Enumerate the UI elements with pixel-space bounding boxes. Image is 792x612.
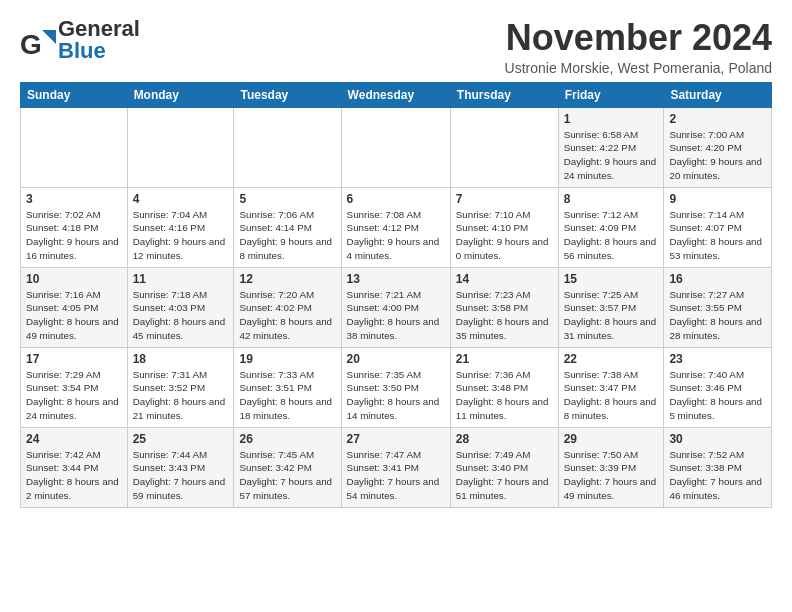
day-number: 27 <box>347 432 445 446</box>
weekday-header-friday: Friday <box>558 82 664 107</box>
day-number: 8 <box>564 192 659 206</box>
month-title: November 2024 <box>505 18 772 58</box>
day-number: 2 <box>669 112 766 126</box>
day-info: Sunrise: 7:23 AM Sunset: 3:58 PM Dayligh… <box>456 288 553 343</box>
svg-marker-1 <box>42 30 56 44</box>
day-info: Sunrise: 7:47 AM Sunset: 3:41 PM Dayligh… <box>347 448 445 503</box>
day-cell: 26Sunrise: 7:45 AM Sunset: 3:42 PM Dayli… <box>234 427 341 507</box>
day-number: 20 <box>347 352 445 366</box>
day-cell: 30Sunrise: 7:52 AM Sunset: 3:38 PM Dayli… <box>664 427 772 507</box>
day-cell: 25Sunrise: 7:44 AM Sunset: 3:43 PM Dayli… <box>127 427 234 507</box>
day-number: 24 <box>26 432 122 446</box>
day-info: Sunrise: 7:45 AM Sunset: 3:42 PM Dayligh… <box>239 448 335 503</box>
day-cell: 19Sunrise: 7:33 AM Sunset: 3:51 PM Dayli… <box>234 347 341 427</box>
day-number: 15 <box>564 272 659 286</box>
weekday-header-row: SundayMondayTuesdayWednesdayThursdayFrid… <box>21 82 772 107</box>
weekday-header-wednesday: Wednesday <box>341 82 450 107</box>
day-number: 22 <box>564 352 659 366</box>
day-number: 12 <box>239 272 335 286</box>
day-info: Sunrise: 7:14 AM Sunset: 4:07 PM Dayligh… <box>669 208 766 263</box>
day-info: Sunrise: 7:25 AM Sunset: 3:57 PM Dayligh… <box>564 288 659 343</box>
day-info: Sunrise: 7:12 AM Sunset: 4:09 PM Dayligh… <box>564 208 659 263</box>
day-info: Sunrise: 7:20 AM Sunset: 4:02 PM Dayligh… <box>239 288 335 343</box>
day-number: 4 <box>133 192 229 206</box>
day-number: 6 <box>347 192 445 206</box>
day-cell <box>450 107 558 187</box>
day-number: 9 <box>669 192 766 206</box>
day-info: Sunrise: 7:31 AM Sunset: 3:52 PM Dayligh… <box>133 368 229 423</box>
day-cell <box>234 107 341 187</box>
day-info: Sunrise: 7:52 AM Sunset: 3:38 PM Dayligh… <box>669 448 766 503</box>
page: G General Blue November 2024 Ustronie Mo… <box>0 0 792 520</box>
day-number: 7 <box>456 192 553 206</box>
day-cell: 13Sunrise: 7:21 AM Sunset: 4:00 PM Dayli… <box>341 267 450 347</box>
logo: G General Blue <box>20 18 140 62</box>
week-row-4: 17Sunrise: 7:29 AM Sunset: 3:54 PM Dayli… <box>21 347 772 427</box>
day-cell: 4Sunrise: 7:04 AM Sunset: 4:16 PM Daylig… <box>127 187 234 267</box>
day-cell: 29Sunrise: 7:50 AM Sunset: 3:39 PM Dayli… <box>558 427 664 507</box>
day-number: 25 <box>133 432 229 446</box>
day-cell <box>21 107 128 187</box>
logo-icon: G <box>20 26 56 62</box>
day-cell: 21Sunrise: 7:36 AM Sunset: 3:48 PM Dayli… <box>450 347 558 427</box>
day-info: Sunrise: 6:58 AM Sunset: 4:22 PM Dayligh… <box>564 128 659 183</box>
week-row-5: 24Sunrise: 7:42 AM Sunset: 3:44 PM Dayli… <box>21 427 772 507</box>
day-number: 14 <box>456 272 553 286</box>
day-cell: 5Sunrise: 7:06 AM Sunset: 4:14 PM Daylig… <box>234 187 341 267</box>
day-cell: 3Sunrise: 7:02 AM Sunset: 4:18 PM Daylig… <box>21 187 128 267</box>
day-cell: 1Sunrise: 6:58 AM Sunset: 4:22 PM Daylig… <box>558 107 664 187</box>
week-row-1: 1Sunrise: 6:58 AM Sunset: 4:22 PM Daylig… <box>21 107 772 187</box>
day-info: Sunrise: 7:33 AM Sunset: 3:51 PM Dayligh… <box>239 368 335 423</box>
day-cell: 14Sunrise: 7:23 AM Sunset: 3:58 PM Dayli… <box>450 267 558 347</box>
day-cell: 12Sunrise: 7:20 AM Sunset: 4:02 PM Dayli… <box>234 267 341 347</box>
day-number: 18 <box>133 352 229 366</box>
day-cell: 28Sunrise: 7:49 AM Sunset: 3:40 PM Dayli… <box>450 427 558 507</box>
day-info: Sunrise: 7:40 AM Sunset: 3:46 PM Dayligh… <box>669 368 766 423</box>
logo-blue-text: Blue <box>58 38 106 63</box>
day-info: Sunrise: 7:00 AM Sunset: 4:20 PM Dayligh… <box>669 128 766 183</box>
day-cell: 17Sunrise: 7:29 AM Sunset: 3:54 PM Dayli… <box>21 347 128 427</box>
day-cell: 7Sunrise: 7:10 AM Sunset: 4:10 PM Daylig… <box>450 187 558 267</box>
title-block: November 2024 Ustronie Morskie, West Pom… <box>505 18 772 76</box>
day-cell <box>127 107 234 187</box>
day-cell: 18Sunrise: 7:31 AM Sunset: 3:52 PM Dayli… <box>127 347 234 427</box>
day-number: 29 <box>564 432 659 446</box>
day-info: Sunrise: 7:10 AM Sunset: 4:10 PM Dayligh… <box>456 208 553 263</box>
day-info: Sunrise: 7:06 AM Sunset: 4:14 PM Dayligh… <box>239 208 335 263</box>
day-number: 16 <box>669 272 766 286</box>
day-info: Sunrise: 7:42 AM Sunset: 3:44 PM Dayligh… <box>26 448 122 503</box>
day-info: Sunrise: 7:04 AM Sunset: 4:16 PM Dayligh… <box>133 208 229 263</box>
day-number: 23 <box>669 352 766 366</box>
weekday-header-tuesday: Tuesday <box>234 82 341 107</box>
day-info: Sunrise: 7:18 AM Sunset: 4:03 PM Dayligh… <box>133 288 229 343</box>
day-number: 19 <box>239 352 335 366</box>
day-cell: 6Sunrise: 7:08 AM Sunset: 4:12 PM Daylig… <box>341 187 450 267</box>
day-info: Sunrise: 7:16 AM Sunset: 4:05 PM Dayligh… <box>26 288 122 343</box>
day-info: Sunrise: 7:49 AM Sunset: 3:40 PM Dayligh… <box>456 448 553 503</box>
weekday-header-thursday: Thursday <box>450 82 558 107</box>
day-info: Sunrise: 7:44 AM Sunset: 3:43 PM Dayligh… <box>133 448 229 503</box>
day-number: 11 <box>133 272 229 286</box>
day-cell: 16Sunrise: 7:27 AM Sunset: 3:55 PM Dayli… <box>664 267 772 347</box>
week-row-3: 10Sunrise: 7:16 AM Sunset: 4:05 PM Dayli… <box>21 267 772 347</box>
day-number: 10 <box>26 272 122 286</box>
day-cell: 23Sunrise: 7:40 AM Sunset: 3:46 PM Dayli… <box>664 347 772 427</box>
day-cell: 8Sunrise: 7:12 AM Sunset: 4:09 PM Daylig… <box>558 187 664 267</box>
day-cell: 22Sunrise: 7:38 AM Sunset: 3:47 PM Dayli… <box>558 347 664 427</box>
day-info: Sunrise: 7:29 AM Sunset: 3:54 PM Dayligh… <box>26 368 122 423</box>
week-row-2: 3Sunrise: 7:02 AM Sunset: 4:18 PM Daylig… <box>21 187 772 267</box>
day-number: 3 <box>26 192 122 206</box>
day-info: Sunrise: 7:50 AM Sunset: 3:39 PM Dayligh… <box>564 448 659 503</box>
day-number: 13 <box>347 272 445 286</box>
day-number: 30 <box>669 432 766 446</box>
day-info: Sunrise: 7:35 AM Sunset: 3:50 PM Dayligh… <box>347 368 445 423</box>
day-info: Sunrise: 7:02 AM Sunset: 4:18 PM Dayligh… <box>26 208 122 263</box>
day-cell: 27Sunrise: 7:47 AM Sunset: 3:41 PM Dayli… <box>341 427 450 507</box>
subtitle: Ustronie Morskie, West Pomerania, Poland <box>505 60 772 76</box>
day-cell: 9Sunrise: 7:14 AM Sunset: 4:07 PM Daylig… <box>664 187 772 267</box>
header: G General Blue November 2024 Ustronie Mo… <box>20 18 772 76</box>
day-cell: 24Sunrise: 7:42 AM Sunset: 3:44 PM Dayli… <box>21 427 128 507</box>
day-number: 26 <box>239 432 335 446</box>
day-number: 17 <box>26 352 122 366</box>
svg-text:G: G <box>20 29 42 60</box>
